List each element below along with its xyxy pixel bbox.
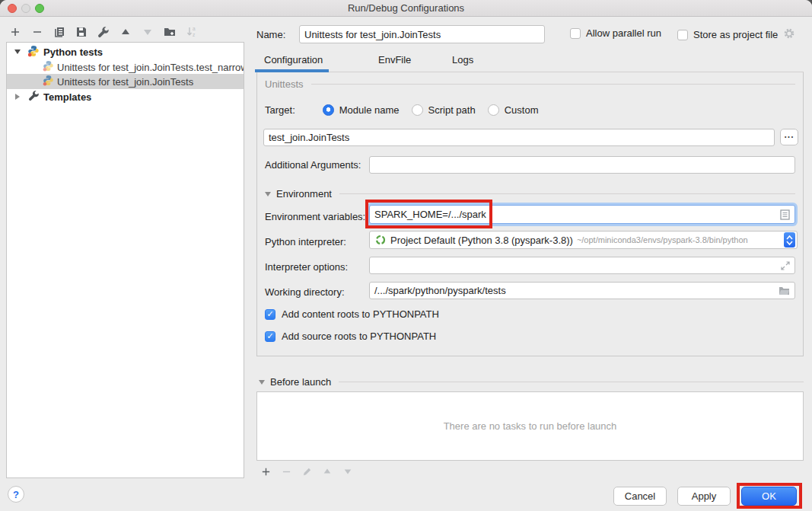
store-as-project-file-option[interactable]: Store as project file: [677, 27, 795, 42]
environment-variables-input[interactable]: SPARK_HOME=/.../spark: [369, 205, 795, 224]
cancel-button[interactable]: Cancel: [613, 487, 667, 506]
titlebar: Run/Debug Configurations: [0, 0, 812, 17]
unittests-section-header: Unittests: [265, 78, 795, 90]
move-task-up-icon[interactable]: [321, 465, 333, 477]
remove-configuration-icon[interactable]: [31, 26, 43, 38]
target-custom-radio[interactable]: [488, 104, 499, 116]
name-input[interactable]: [299, 25, 545, 43]
working-directory-value: /.../spark/python/pyspark/tests: [374, 285, 506, 296]
allow-parallel-run-label: Allow parallel run: [586, 27, 661, 39]
remove-task-icon[interactable]: [280, 465, 292, 477]
collapse-arrow-icon[interactable]: [15, 94, 20, 100]
python-interpreter-row: Python interpreter:: [265, 236, 346, 248]
environment-section-header[interactable]: Environment: [265, 188, 795, 200]
browse-module-button[interactable]: ...: [780, 129, 798, 145]
new-folder-icon[interactable]: [164, 26, 176, 38]
interpreter-icon: [375, 235, 386, 245]
name-label: Name:: [256, 29, 285, 40]
edit-environment-variables-icon[interactable]: [780, 209, 790, 220]
store-as-project-file-checkbox[interactable]: [677, 30, 688, 40]
tree-item-label: Templates: [43, 91, 91, 103]
add-content-roots-label: Add content roots to PYTHONPATH: [282, 308, 439, 320]
run-debug-configurations-dialog: Run/Debug Configurations az Python test: [0, 0, 812, 511]
tree-item-templates[interactable]: Templates: [7, 89, 244, 104]
target-row: Target: Module name Script path Custom: [265, 104, 538, 116]
module-name-input[interactable]: [263, 129, 775, 146]
allow-parallel-run-checkbox[interactable]: [570, 28, 581, 39]
tree-item-unittests-test-narrow[interactable]: Unittests for test_join.JoinTests.test_n…: [7, 59, 244, 75]
tab-configuration[interactable]: Configuration: [264, 54, 323, 65]
target-module-name-label: Module name: [339, 104, 400, 116]
save-configuration-icon[interactable]: [75, 26, 88, 38]
apply-button[interactable]: Apply: [677, 487, 731, 506]
section-divider-line: [339, 193, 795, 194]
sort-configurations-icon[interactable]: az: [186, 26, 198, 38]
python-tests-icon: [27, 45, 40, 59]
templates-wrench-icon: [28, 90, 40, 104]
target-module-name-radio[interactable]: [323, 104, 334, 116]
unittests-section-label: Unittests: [265, 78, 304, 90]
tree-item-label: Python tests: [43, 46, 103, 58]
interpreter-options-row: Interpreter options:: [265, 261, 348, 273]
environment-collapse-icon[interactable]: [265, 192, 271, 196]
section-divider-line: [311, 84, 795, 85]
environment-variables-value: SPARK_HOME=/.../spark: [374, 209, 486, 220]
tree-item-label: Unittests for test_join.JoinTests: [57, 76, 193, 88]
additional-arguments-input[interactable]: [369, 156, 795, 174]
expand-field-icon[interactable]: [781, 261, 790, 270]
tab-logs[interactable]: Logs: [452, 54, 473, 65]
browse-folder-icon[interactable]: [779, 286, 790, 295]
additional-arguments-label: Additional Arguments:: [265, 159, 361, 171]
python-interpreter-select[interactable]: Project Default (Python 3.8 (pyspark-3.8…: [369, 231, 798, 249]
copy-configuration-icon[interactable]: [53, 26, 65, 38]
add-source-roots-label: Add source roots to PYTHONPATH: [282, 331, 436, 342]
add-source-roots-checkbox[interactable]: ✓: [265, 331, 275, 342]
allow-parallel-run-option[interactable]: Allow parallel run: [570, 27, 661, 39]
ok-button[interactable]: OK: [741, 487, 797, 506]
help-button[interactable]: ?: [8, 486, 24, 503]
python-interpreter-value: Project Default (Python 3.8 (pyspark-3.8…: [390, 235, 573, 246]
tab-envfile[interactable]: EnvFile: [378, 54, 411, 65]
store-options-gear-icon[interactable]: [783, 27, 795, 42]
python-test-icon: [43, 75, 54, 88]
svg-text:a: a: [193, 26, 196, 31]
python-interpreter-path: ~/opt/miniconda3/envs/pyspark-3.8/bin/py…: [577, 235, 748, 244]
target-custom-label: Custom: [505, 104, 539, 116]
environment-section-label: Environment: [276, 188, 332, 200]
store-as-project-file-label: Store as project file: [693, 29, 778, 40]
working-directory-input[interactable]: /.../spark/python/pyspark/tests: [369, 282, 795, 299]
tree-item-unittests-jointests-selected[interactable]: Unittests for test_join.JoinTests: [7, 74, 244, 89]
before-launch-task-list: There are no tasks to run before launch: [256, 391, 804, 461]
move-up-icon[interactable]: [119, 26, 132, 38]
section-divider-line: [339, 382, 804, 382]
add-source-roots-option[interactable]: ✓ Add source roots to PYTHONPATH: [265, 331, 436, 342]
configurations-tree: Python tests Unittests for test_join.Joi…: [6, 42, 244, 478]
window-title: Run/Debug Configurations: [0, 2, 812, 14]
configuration-panel: Unittests Target: Module name Script pat…: [256, 72, 804, 356]
move-down-icon[interactable]: [142, 26, 154, 38]
before-launch-collapse-icon[interactable]: [259, 380, 265, 385]
interpreter-options-label: Interpreter options:: [265, 261, 348, 273]
edit-task-icon[interactable]: [301, 465, 313, 477]
working-directory-label: Working directory:: [265, 286, 345, 298]
before-launch-section-header[interactable]: Before launch: [259, 376, 804, 388]
working-directory-row: Working directory:: [265, 286, 345, 298]
move-task-down-icon[interactable]: [342, 465, 354, 477]
interpreter-dropdown-stepper-icon[interactable]: [784, 232, 795, 248]
target-script-path-label: Script path: [428, 104, 476, 116]
python-test-icon: [43, 60, 54, 74]
target-script-path-radio[interactable]: [412, 104, 423, 116]
svg-text:z: z: [193, 32, 195, 37]
add-content-roots-checkbox[interactable]: ✓: [265, 309, 275, 320]
tree-item-python-tests[interactable]: Python tests: [7, 44, 244, 59]
add-configuration-icon[interactable]: [9, 26, 21, 38]
interpreter-options-input[interactable]: [369, 257, 795, 274]
python-interpreter-label: Python interpreter:: [265, 236, 346, 248]
add-content-roots-option[interactable]: ✓ Add content roots to PYTHONPATH: [265, 308, 439, 320]
expand-arrow-icon[interactable]: [14, 50, 21, 54]
before-launch-label: Before launch: [270, 376, 331, 388]
target-label: Target:: [265, 104, 295, 116]
edit-templates-icon[interactable]: [97, 26, 110, 38]
add-task-icon[interactable]: [260, 465, 272, 477]
before-launch-toolbar: [260, 465, 354, 477]
